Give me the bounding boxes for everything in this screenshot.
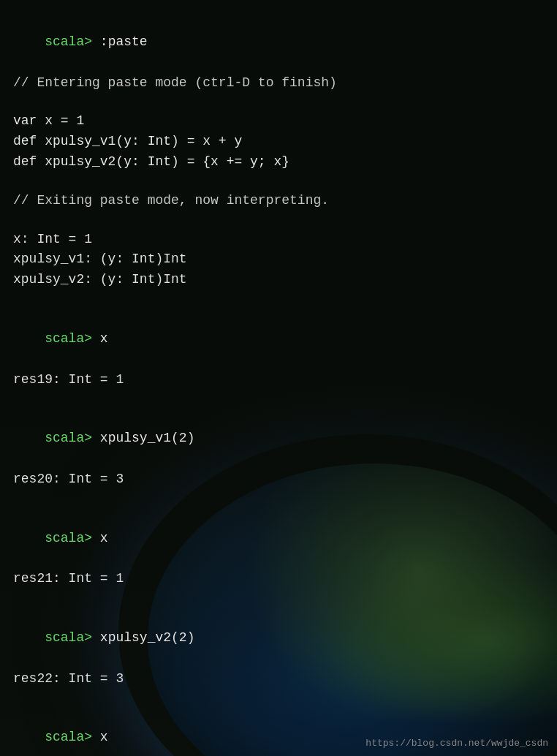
line-comment-entering: // Entering paste mode (ctrl-D to finish… [13,73,544,94]
line-def-v2: def xpulsy_v2(y: Int) = {x += y; x} [13,152,544,173]
line-var-x: var x = 1 [13,111,544,132]
prompt-scala-3: scala [45,431,84,445]
line-res20: res20: Int = 3 [13,469,544,490]
cmd-v2-call: xpulsy_v2(2) [100,630,195,645]
cmd-x2: x [100,531,108,545]
line-prompt-x2: scala> x [13,508,544,570]
line-empty-6 [13,490,544,508]
line-output-x: x: Int = 1 [13,230,544,250]
line-empty-1 [13,94,544,112]
line-res22: res22: Int = 3 [13,669,544,689]
line-def-v1: def xpulsy_v1(y: Int) = x + y [13,132,544,152]
line-empty-8 [13,689,544,708]
prompt-scala-6: scala [45,730,84,744]
prompt-arrow-6: > [84,730,100,744]
prompt-arrow-4: > [84,531,100,545]
line-prompt-x3: scala> x [13,707,544,756]
prompt-arrow-5: > [84,630,100,645]
cmd-x3: x [100,730,108,744]
line-empty-5 [13,390,544,409]
line-empty-3 [13,211,544,230]
cmd-x1: x [100,331,108,346]
line-output-v1: xpulsy_v1: (y: Int)Int [13,249,544,270]
line-prompt-x1: scala> x [13,309,544,370]
cmd-v1-call: xpulsy_v1(2) [100,431,195,445]
line-comment-exiting: // Exiting paste mode, now interpreting. [13,191,544,211]
line-empty-2 [13,173,544,191]
line-empty-7 [13,589,544,608]
watermark: https://blog.csdn.net/wwjde_csdn [365,738,548,749]
prompt-scala-4: scala [45,531,84,545]
terminal-window: scala> :paste // Entering paste mode (ct… [0,0,557,756]
prompt-arrow-3: > [84,431,100,445]
line-prompt-v2-call: scala> xpulsy_v2(2) [13,608,544,669]
line-output-v2: xpulsy_v2: (y: Int)Int [13,270,544,290]
cmd-paste: :paste [100,34,148,49]
line-res21: res21: Int = 1 [13,569,544,589]
prompt-arrow-1: > [84,34,100,49]
prompt-scala-5: scala [45,630,84,645]
prompt-arrow-2: > [84,331,100,346]
line-empty-4 [13,290,544,309]
prompt-scala-1: scala [45,34,84,49]
line-prompt-v1-call: scala> xpulsy_v1(2) [13,408,544,469]
line-res19: res19: Int = 1 [13,370,544,390]
prompt-scala-2: scala [45,331,84,346]
line-1: scala> :paste [13,12,544,73]
